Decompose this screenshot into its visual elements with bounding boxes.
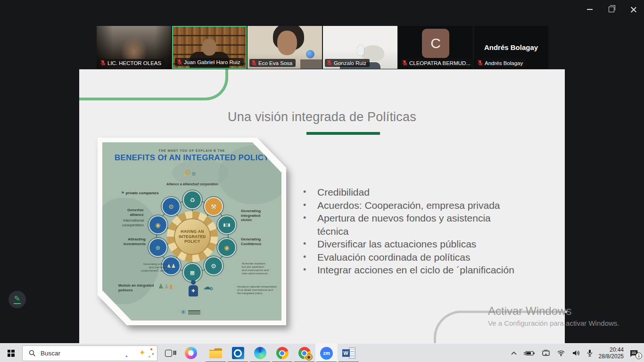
handshake-icon: ⚒ (204, 197, 223, 216)
investment-icon: ◉ (149, 215, 167, 234)
task-view-icon (165, 350, 172, 357)
minimize-icon (587, 9, 593, 10)
system-tray: 20:44 28/8/2025 1 (507, 344, 643, 362)
org-logo: ✳ (181, 308, 200, 316)
globe-prop (306, 50, 314, 58)
slide-title: Una visión integrada de Políticas (79, 110, 565, 124)
screen-share-slide: Una visión integrada de Políticas THE WA… (79, 69, 565, 343)
search-input[interactable]: Buscar ✦✦✦ (22, 346, 157, 361)
profile-badge-icon (305, 354, 313, 361)
taskbar-app-word[interactable]: W (338, 344, 360, 362)
recycle-icon: ♻ (183, 190, 202, 209)
label-generating-confidence: GeneratingConfidence (241, 237, 280, 246)
tray-volume-button[interactable] (569, 344, 584, 362)
taskbar-app-outlook[interactable] (227, 344, 249, 362)
muted-mic-icon (177, 59, 182, 65)
notification-count-badge: 1 (636, 353, 642, 359)
speaker-icon (572, 350, 580, 356)
tray-wifi-button[interactable] (553, 344, 569, 362)
clock-time: 20:44 (599, 346, 624, 353)
participant-name: Juan Gabriel Haro Ruiz (184, 59, 240, 65)
gears-cluster-icon: ⚙ ⚙ ◉ (183, 167, 202, 181)
slide-title-underline (306, 132, 380, 135)
taskbar-app-file-explorer[interactable] (205, 344, 227, 362)
zoom-icon: zm (320, 347, 333, 360)
taskbar-app-chrome[interactable] (271, 344, 293, 362)
bullet-item: Integrar acciones en el ciclo de ´planif… (301, 263, 537, 277)
tray-cast-button[interactable] (538, 344, 553, 362)
participant-name: Gonzalo Ruiz (334, 60, 366, 66)
label-integrated-policies: Module an integratedpolloces (118, 283, 159, 292)
participant-label: Eco Eva Sosa (249, 59, 296, 67)
copilot-icon (185, 347, 197, 359)
participant-label: Andrés Bolagay (476, 59, 526, 67)
bullet-item: Credibilidad (301, 186, 537, 199)
infographic-kicker: THE WANT YOU OF EXPLAIN B THE (102, 149, 281, 152)
search-placeholder: Buscar (41, 350, 60, 357)
infographic-card: THE WANT YOU OF EXPLAIN B THE BENEFITS O… (98, 138, 286, 325)
doctor-figure-icon: ✚ (188, 280, 198, 299)
wifi-icon (557, 350, 565, 356)
participant-tile-andres[interactable]: Andrés Bolagay Andrés Bolagay (474, 26, 548, 69)
participant-video-gonzalo[interactable]: Gonzalo Ruiz (323, 26, 397, 69)
label-international-cooperation: Internationalcoooperstion (106, 218, 144, 227)
bullet-item: Diversificar las actuaciones públicas (301, 238, 537, 251)
muted-mic-icon (327, 60, 332, 66)
cooperation-gear-icon: ⚙ (162, 197, 181, 216)
participant-video-juan[interactable]: Juan Gabriel Haro Ruiz (172, 26, 247, 69)
participant-name: Andrés Bolagay (485, 60, 523, 66)
gear-ring-icon: ⚙ (204, 256, 223, 275)
chevron-up-icon (511, 351, 517, 355)
participant-video-eva[interactable]: Eco Eva Sosa (248, 26, 322, 69)
search-icon (29, 350, 36, 357)
cast-display-icon (542, 350, 550, 356)
participant-tile-cleopatra[interactable]: C CLEOPATRA BERMUD... (398, 26, 473, 69)
annotate-button[interactable]: ✎ (8, 291, 26, 308)
label-alliance: Alliance a allianetsof corporation (159, 182, 226, 187)
taskbar-app-edge[interactable] (249, 344, 271, 362)
copilot-button[interactable] (180, 344, 202, 362)
close-icon (630, 7, 636, 13)
infographic-title: BENEFITS Of AN INTEGRATED POLICY (102, 153, 281, 163)
taskbar-app-zoom[interactable]: zm (315, 344, 338, 362)
label-attracting-investments: Attractinginvestmonts (110, 237, 146, 246)
participant-face (202, 39, 216, 56)
label-introduce-policy: Introduce national intergertationof us a… (237, 285, 281, 295)
taskbar-app-chrome-profile[interactable] (293, 344, 315, 362)
pencil-icon: ✎ (14, 295, 20, 303)
minimize-button[interactable] (579, 0, 601, 19)
task-view-button[interactable] (157, 344, 180, 362)
gold-medal: HAVING AN INTEGRATED POLICY (167, 211, 218, 262)
participant-name: CLEOPATRA BERMUD... (409, 60, 471, 66)
window-controls (579, 0, 644, 19)
participant-strip: LIC. HECTOR OLEAS Juan Gabriel Haro Ruiz… (97, 26, 548, 69)
muted-mic-icon (251, 60, 256, 66)
start-button[interactable] (0, 344, 22, 362)
restore-button[interactable] (601, 0, 622, 19)
bullet-item: Acuerdos: Cooperación, empresa privada (301, 199, 537, 212)
label-right-note: Amerrate zeptisiesbot she apotssionand m… (242, 262, 281, 275)
screen: LIC. HECTOR OLEAS Juan Gabriel Haro Ruiz… (0, 0, 644, 362)
participant-video-hector[interactable]: LIC. HECTOR OLEAS (97, 26, 171, 69)
participant-name: LIC. HECTOR OLEAS (107, 60, 161, 66)
bullet-item: Apertura de nuevos fondos y asistenciaté… (301, 212, 537, 238)
notification-center-button[interactable]: 1 (627, 344, 643, 362)
participant-face (277, 31, 297, 55)
slide-decoration-arc-green (79, 69, 228, 100)
muted-mic-icon (100, 60, 106, 66)
label-generating-alliances: Generating a llenceswnu iver-aclonalcoop… (129, 263, 169, 272)
file-explorer-icon (209, 348, 222, 358)
tray-chevron-button[interactable] (507, 344, 520, 362)
cloud-gear-icon: ☁⚙ (203, 282, 215, 291)
tray-microphone-button[interactable] (584, 344, 596, 362)
outlook-icon (232, 347, 244, 359)
buildings-icon: ▮▯▮ (217, 215, 236, 234)
windows-logo-icon (8, 350, 15, 357)
close-button[interactable] (622, 0, 644, 19)
activation-watermark-subtitle: Ve a Configuración para activar Windows. (488, 319, 619, 327)
tray-battery-button[interactable] (520, 344, 538, 362)
taskbar-clock[interactable]: 20:44 28/8/2025 (596, 346, 627, 360)
restore-icon (609, 7, 614, 12)
participant-label: Gonzalo Ruiz (325, 59, 370, 67)
slide-bullet-list: Credibilidad Acuerdos: Cooperación, empr… (301, 186, 537, 277)
